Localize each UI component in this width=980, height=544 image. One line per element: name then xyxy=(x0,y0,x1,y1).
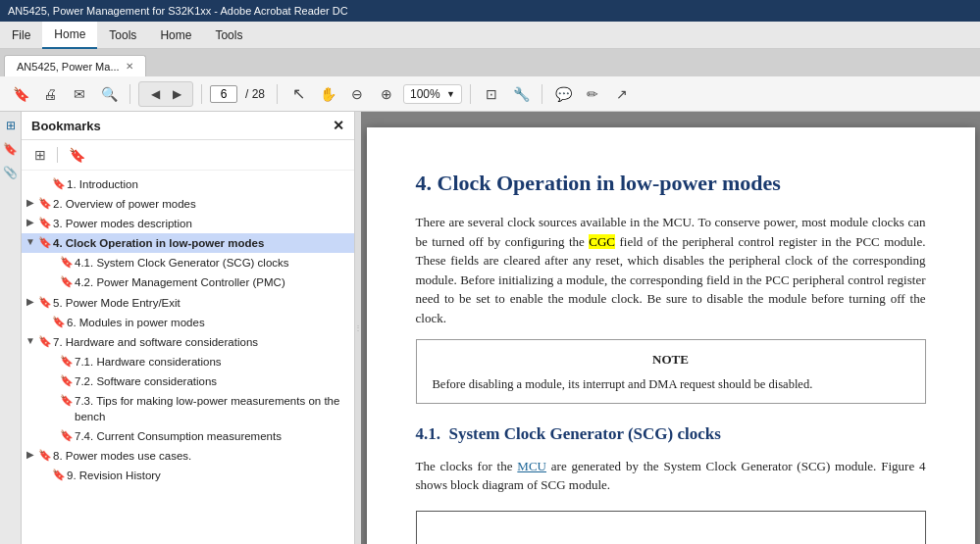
bm-toggle-5[interactable]: ▶ xyxy=(24,295,37,309)
bm-toggle-4[interactable]: ▼ xyxy=(24,235,37,249)
bookmark-item-2[interactable]: ▶ 🔖 2. Overview of power modes xyxy=(22,194,354,214)
bm-icon-7-4: 🔖 xyxy=(59,428,75,443)
arrow-tool-button[interactable]: ↖ xyxy=(285,82,311,106)
bm-toggle-3[interactable]: ▶ xyxy=(24,216,37,229)
mcu-link[interactable]: MCU xyxy=(517,459,546,473)
bm-label-6: 6. Modules in power modes xyxy=(67,315,350,330)
bm-icon-4-1: 🔖 xyxy=(59,255,75,270)
bm-icon-3: 🔖 xyxy=(37,216,53,230)
main-area: ⊞ 🔖 📎 Bookmarks ✕ ⊞ 🔖 🔖 1. Introduction xyxy=(0,112,980,544)
snapshot-button[interactable]: ⊡ xyxy=(479,82,504,106)
bm-icon-9: 🔖 xyxy=(51,468,67,482)
menu-tools-2[interactable]: Tools xyxy=(203,22,254,49)
left-attach-icon[interactable]: 📎 xyxy=(1,163,21,182)
bm-toggle-2[interactable]: ▶ xyxy=(24,196,37,210)
section-41-body: The clocks for the MCU are generated by … xyxy=(416,457,926,495)
bm-icon-5: 🔖 xyxy=(37,295,53,310)
sep-1 xyxy=(129,84,130,104)
left-icon-strip: ⊞ 🔖 📎 xyxy=(0,112,22,544)
bm-label-7: 7. Hardware and software considerations xyxy=(53,334,350,350)
sep-3 xyxy=(277,84,278,104)
bm-label-7-1: 7.1. Hardware considerations xyxy=(75,354,350,370)
menu-home-1[interactable]: Home xyxy=(42,22,97,49)
nav-forward-button[interactable]: ▶ xyxy=(167,84,186,104)
envelope-button[interactable]: ✉ xyxy=(67,82,92,106)
zoom-out-button[interactable]: ⊖ xyxy=(344,82,370,106)
tab-bar: AN5425, Power Ma... ✕ xyxy=(0,49,980,76)
note-box: NOTE Before disabling a module, its inte… xyxy=(416,339,926,404)
sep-2 xyxy=(201,84,202,104)
bm-label-8: 8. Power modes use cases. xyxy=(53,448,350,464)
pdf-page: 4. Clock Operation in low-power modes Th… xyxy=(367,127,975,544)
print-button[interactable]: 🖨 xyxy=(37,82,63,106)
bm-label-7-2: 7.2. Software considerations xyxy=(75,373,350,389)
sidebar-title: Bookmarks xyxy=(31,119,101,133)
cgc-highlight-1: CGC xyxy=(589,234,615,249)
left-bookmark-icon[interactable]: 🔖 xyxy=(1,139,21,159)
bookmarks-sidebar: Bookmarks ✕ ⊞ 🔖 🔖 1. Introduction ▶ 🔖 2.… xyxy=(22,112,355,544)
title-bar: AN5425, Power Management for S32K1xx - A… xyxy=(0,0,980,22)
tools-button[interactable]: 🔧 xyxy=(508,82,534,106)
zoom-value: 100% xyxy=(410,87,440,101)
bm-label-2: 2. Overview of power modes xyxy=(53,196,350,212)
bookmark-item-5[interactable]: ▶ 🔖 5. Power Mode Entry/Exit xyxy=(22,293,354,313)
sidebar-tb-bookmark[interactable]: 🔖 xyxy=(64,144,90,166)
sep-4 xyxy=(470,84,471,104)
tab-close-button[interactable]: ✕ xyxy=(126,61,133,72)
page-number-input[interactable] xyxy=(210,85,237,103)
tab-label: AN5425, Power Ma... xyxy=(17,61,120,73)
bookmark-item-7-3[interactable]: 🔖 7.3. Tips for making low-power measure… xyxy=(22,391,354,426)
bookmark-item-7[interactable]: ▼ 🔖 7. Hardware and software considerati… xyxy=(22,332,354,352)
pencil-button[interactable]: ✏ xyxy=(580,82,605,106)
section-41-body-1: The clocks for the xyxy=(416,459,518,473)
section-41-title: 4.1. System Clock Generator (SCG) clocks xyxy=(416,421,926,447)
bm-icon-7-2: 🔖 xyxy=(59,373,75,388)
bm-icon-4-2: 🔖 xyxy=(59,274,75,289)
pdf-content-area: 4. Clock Operation in low-power modes Th… xyxy=(361,112,980,544)
sidebar-toolbar: ⊞ 🔖 xyxy=(22,140,354,171)
bm-label-9: 9. Revision History xyxy=(67,468,350,483)
bm-icon-2: 🔖 xyxy=(37,196,53,211)
bm-icon-1: 🔖 xyxy=(51,176,67,191)
bm-icon-4: 🔖 xyxy=(37,235,53,250)
sidebar-tb-grid[interactable]: ⊞ xyxy=(29,144,51,166)
bm-label-4: 4. Clock Operation in low-power modes xyxy=(53,235,350,251)
zoom-control[interactable]: 100% ▼ xyxy=(403,84,462,104)
pdf-tab[interactable]: AN5425, Power Ma... ✕ xyxy=(4,55,146,76)
share-button[interactable]: ↗ xyxy=(609,82,635,106)
bookmark-item-6[interactable]: 🔖 6. Modules in power modes xyxy=(22,313,354,332)
bm-label-4-1: 4.1. System Clock Generator (SCG) clocks xyxy=(75,255,350,271)
sidebar-close-button[interactable]: ✕ xyxy=(333,118,344,133)
left-nav-icon[interactable]: ⊞ xyxy=(1,116,21,135)
menu-bar: File Home Tools Home Tools xyxy=(0,22,980,49)
bookmark-item-4[interactable]: ▼ 🔖 4. Clock Operation in low-power mode… xyxy=(22,233,354,253)
sep-5 xyxy=(542,84,542,104)
bookmark-button[interactable]: 🔖 xyxy=(8,82,33,106)
bookmark-item-7-1[interactable]: 🔖 7.1. Hardware considerations xyxy=(22,352,354,371)
nav-controls: ◀ ▶ xyxy=(138,81,193,107)
sidebar-header: Bookmarks ✕ xyxy=(22,112,354,140)
note-title: NOTE xyxy=(433,350,909,370)
bookmark-item-7-2[interactable]: 🔖 7.2. Software considerations xyxy=(22,371,354,391)
menu-home-2[interactable]: Home xyxy=(148,22,203,49)
bm-toggle-8[interactable]: ▶ xyxy=(24,448,37,462)
bookmark-item-4-2[interactable]: 🔖 4.2. Power Management Controller (PMC) xyxy=(22,272,354,292)
bm-toggle-7[interactable]: ▼ xyxy=(24,334,37,348)
section-4-body: There are several clock sources availabl… xyxy=(416,213,926,327)
bookmark-item-9[interactable]: 🔖 9. Revision History xyxy=(22,466,354,485)
bookmark-item-1[interactable]: 🔖 1. Introduction xyxy=(22,174,354,194)
menu-tools-1[interactable]: Tools xyxy=(97,22,148,49)
search-button[interactable]: 🔍 xyxy=(96,82,122,106)
hand-tool-button[interactable]: ✋ xyxy=(315,82,340,106)
bm-label-7-3: 7.3. Tips for making low-power measureme… xyxy=(75,393,350,424)
comment-button[interactable]: 💬 xyxy=(550,82,576,106)
zoom-in-button[interactable]: ⊕ xyxy=(374,82,399,106)
nav-back-button[interactable]: ◀ xyxy=(145,84,165,104)
bookmark-item-3[interactable]: ▶ 🔖 3. Power modes description xyxy=(22,214,354,233)
bookmark-item-7-4[interactable]: 🔖 7.4. Current Consumption measurements xyxy=(22,426,354,446)
bookmark-item-8[interactable]: ▶ 🔖 8. Power modes use cases. xyxy=(22,446,354,466)
bookmark-item-4-1[interactable]: 🔖 4.1. System Clock Generator (SCG) cloc… xyxy=(22,253,354,272)
bm-icon-7: 🔖 xyxy=(37,334,53,349)
bm-icon-7-1: 🔖 xyxy=(59,354,75,369)
menu-file[interactable]: File xyxy=(0,22,42,49)
